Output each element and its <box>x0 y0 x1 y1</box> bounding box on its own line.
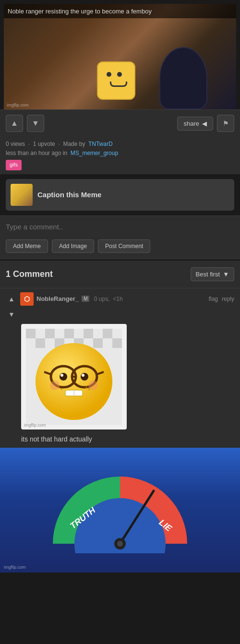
comment-flag-link[interactable]: flag <box>209 296 218 302</box>
comment-input[interactable] <box>0 216 240 236</box>
comment-text: its not that hard actually <box>0 433 240 448</box>
svg-point-29 <box>88 388 90 390</box>
made-by-label: Made by <box>63 141 85 147</box>
comment-upvotes: 0 ups <box>94 296 108 302</box>
flag-icon: ⚑ <box>223 119 229 127</box>
comment-meta: 0 ups, <1h <box>92 296 205 302</box>
comment-vote-down-row: ▼ <box>0 309 240 322</box>
comment-reply-link[interactable]: reply <box>222 296 234 302</box>
add-meme-button[interactable]: Add Meme <box>6 239 48 253</box>
downvote-button[interactable]: ▼ <box>27 115 44 132</box>
meme-watermark: imgflip.com <box>7 103 29 107</box>
views-count: 0 views <box>6 141 25 147</box>
meme-container: Noble ranger resisting the urge to becom… <box>0 0 240 109</box>
upvote-button[interactable]: ▲ <box>6 115 23 132</box>
svg-point-36 <box>117 541 123 547</box>
svg-point-20 <box>60 374 63 377</box>
svg-rect-3 <box>64 329 74 338</box>
svg-point-19 <box>81 373 88 381</box>
svg-rect-6 <box>36 338 45 348</box>
group-link[interactable]: MS_memer_group <box>71 150 118 156</box>
svg-point-26 <box>58 386 60 388</box>
dark-figure <box>159 47 207 109</box>
svg-rect-5 <box>103 329 112 338</box>
share-icon: ◀ <box>202 120 207 127</box>
action-bar: ▲ ▼ share ◀ ⚑ <box>0 109 240 137</box>
meme-image: Noble ranger resisting the urge to becom… <box>4 4 236 109</box>
comment-upvote-button[interactable]: ▲ <box>6 293 17 305</box>
gauge-svg: TRUTH LIE <box>43 467 197 553</box>
svg-rect-10 <box>112 338 122 348</box>
comments-header: 1 Comment Best first ▼ <box>0 259 240 288</box>
svg-rect-2 <box>45 329 55 338</box>
share-label: share <box>183 120 199 127</box>
flag-button[interactable]: ⚑ <box>217 115 234 132</box>
comment-header: ▲ ⬡ NobleRanger_ M 0 ups, <1h flag reply <box>0 288 240 309</box>
comment-flag-reply: flag reply <box>209 296 234 302</box>
comment-actions: Add Meme Add Image Post Comment <box>0 236 240 259</box>
comment-input-area: Add Meme Add Image Post Comment <box>0 215 240 259</box>
meme-image-wrapper: Noble ranger resisting the urge to becom… <box>4 4 236 109</box>
svg-point-18 <box>60 373 67 381</box>
svg-rect-1 <box>26 329 36 338</box>
tag-gifs[interactable]: gifs <box>6 160 22 170</box>
meme-title: Noble ranger resisting the urge to becom… <box>8 8 152 15</box>
post-comment-button[interactable]: Post Comment <box>98 239 150 253</box>
sort-arrow-icon: ▼ <box>223 271 229 278</box>
comments-count: 1 Comment <box>6 269 53 279</box>
time-label: less than an hour ago in <box>6 150 67 156</box>
comment-image-watermark: imgflip.com <box>24 423 46 428</box>
sort-label: Best first <box>196 271 220 278</box>
comment-time: <1h <box>113 296 122 302</box>
share-button[interactable]: share ◀ <box>177 117 213 131</box>
svg-rect-4 <box>84 329 93 338</box>
svg-point-24 <box>50 381 60 390</box>
comment-image: imgflip.com <box>21 324 127 429</box>
caption-box[interactable]: Caption this Meme <box>6 179 234 211</box>
bottom-meme: TRUTH LIE imgflip.com <box>0 448 240 572</box>
nerd-emoji-svg <box>26 329 122 425</box>
sponge-face <box>97 61 135 100</box>
caption-thumb <box>11 184 33 206</box>
gauge-watermark: imgflip.com <box>4 565 26 570</box>
sort-dropdown[interactable]: Best first ▼ <box>191 267 234 281</box>
meta-info: 0 views · 1 upvote · Made by TNTwarD les… <box>0 137 240 174</box>
author-link[interactable]: TNTwarD <box>88 141 113 147</box>
comment-downvote-button[interactable]: ▼ <box>6 309 17 320</box>
caption-text: Caption this Meme <box>37 191 101 199</box>
svg-rect-9 <box>93 338 103 348</box>
svg-point-21 <box>82 374 84 377</box>
upvotes-count: 1 upvote <box>33 141 55 147</box>
gauge-container: TRUTH LIE <box>43 467 197 553</box>
comment-username: NobleRanger_ <box>36 295 79 302</box>
svg-point-28 <box>85 386 87 388</box>
add-image-button[interactable]: Add Image <box>52 239 94 253</box>
comment-badge: M <box>82 296 89 302</box>
comment-item: ▲ ⬡ NobleRanger_ M 0 ups, <1h flag reply… <box>0 288 240 448</box>
avatar: ⬡ <box>20 292 34 306</box>
svg-point-27 <box>60 388 62 390</box>
